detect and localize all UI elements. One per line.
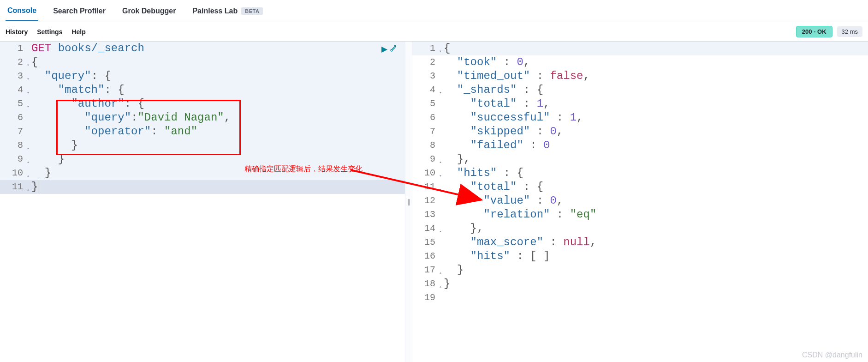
line-number: 2: [412, 55, 441, 69]
code-content[interactable]: "operator": "and": [29, 125, 405, 139]
line-number: 7: [0, 125, 29, 139]
code-line[interactable]: 14▴ },: [412, 222, 868, 235]
code-content[interactable]: {: [441, 42, 868, 55]
line-number: 5▾: [0, 97, 29, 111]
code-content[interactable]: "query": {: [29, 69, 405, 83]
line-number: 15: [412, 235, 441, 249]
line-number: 11▾: [412, 180, 441, 194]
code-line[interactable]: 3 "timed_out" : false,: [412, 69, 868, 83]
code-line[interactable]: 7 "operator": "and": [0, 125, 405, 139]
watermark: CSDN @dangfulin: [802, 351, 862, 359]
code-line[interactable]: 1GET books/_search: [0, 42, 405, 55]
response-viewer: 1▾{2 "took" : 0,3 "timed_out" : false,4▾…: [412, 42, 868, 305]
response-panel: 1▾{2 "took" : 0,3 "timed_out" : false,4▾…: [412, 42, 868, 362]
code-content[interactable]: "took" : 0,: [441, 55, 868, 69]
code-content[interactable]: "timed_out" : false,: [441, 69, 868, 83]
tab-console[interactable]: Console: [6, 1, 38, 21]
request-panel[interactable]: ▶ 1GET books/_search2▾{3▾ "query": {4▾ "…: [0, 42, 405, 362]
code-line[interactable]: 5 "total" : 1,: [412, 97, 868, 111]
line-number: 10▾: [412, 166, 441, 180]
line-number: 7: [412, 125, 441, 139]
code-line[interactable]: 17▴ }: [412, 263, 868, 277]
line-number: 8: [412, 139, 441, 152]
code-content[interactable]: }: [29, 180, 405, 194]
code-line[interactable]: 4▾ "match": {: [0, 83, 405, 97]
code-content[interactable]: "match": {: [29, 83, 405, 97]
subnav-settings[interactable]: Settings: [37, 28, 62, 36]
code-content[interactable]: "successful" : 1,: [441, 111, 868, 125]
code-line[interactable]: 4▾ "_shards" : {: [412, 83, 868, 97]
line-number: 1▾: [412, 42, 441, 55]
subnav-history[interactable]: History: [6, 28, 28, 36]
line-number: 6: [0, 111, 29, 125]
code-content[interactable]: "skipped" : 0,: [441, 125, 868, 139]
line-number: 1: [0, 42, 29, 55]
code-line[interactable]: 2▾{: [0, 55, 405, 69]
annotation-text: 精确指定匹配逻辑后，结果发生变化: [244, 164, 363, 174]
code-content[interactable]: "hits" : [ ]: [441, 249, 868, 263]
beta-badge: BETA: [241, 7, 263, 15]
code-content[interactable]: "relation" : "eq": [441, 208, 868, 222]
code-line[interactable]: 6 "query":"David Nagan",: [0, 111, 405, 125]
dev-tools-tabs: Console Search Profiler Grok Debugger Pa…: [0, 0, 868, 22]
code-line[interactable]: 18▴}: [412, 277, 868, 291]
line-number: 17▴: [412, 263, 441, 277]
line-number: 9▴: [0, 152, 29, 166]
code-content[interactable]: "failed" : 0: [441, 139, 868, 152]
tab-search-profiler[interactable]: Search Profiler: [51, 1, 107, 21]
code-line[interactable]: 19: [412, 291, 868, 305]
code-content[interactable]: "value" : 0,: [441, 194, 868, 208]
code-content[interactable]: "query":"David Nagan",: [29, 111, 405, 125]
code-content[interactable]: "author": {: [29, 97, 405, 111]
line-number: 18▴: [412, 277, 441, 291]
wrench-icon[interactable]: [390, 44, 398, 54]
code-line[interactable]: 10▾ "hits" : {: [412, 166, 868, 180]
line-number: 12: [412, 194, 441, 208]
line-number: 3: [412, 69, 441, 83]
code-line[interactable]: 13 "relation" : "eq": [412, 208, 868, 222]
line-number: 8▴: [0, 139, 29, 152]
tab-painless-lab[interactable]: Painless Lab BETA: [190, 1, 265, 21]
line-number: 9▴: [412, 152, 441, 166]
code-line[interactable]: 15 "max_score" : null,: [412, 235, 868, 249]
code-line[interactable]: 16 "hits" : [ ]: [412, 249, 868, 263]
code-content[interactable]: },: [441, 222, 868, 235]
code-line[interactable]: 3▾ "query": {: [0, 69, 405, 83]
code-content[interactable]: }: [29, 139, 405, 152]
tab-painless-lab-label: Painless Lab: [192, 7, 238, 15]
code-line[interactable]: 12 "value" : 0,: [412, 194, 868, 208]
line-number: 4▾: [412, 83, 441, 97]
code-content[interactable]: }: [441, 277, 868, 291]
line-number: 16: [412, 249, 441, 263]
code-content[interactable]: "hits" : {: [441, 166, 868, 180]
code-content[interactable]: "max_score" : null,: [441, 235, 868, 249]
line-number: 3▾: [0, 69, 29, 83]
run-icon[interactable]: ▶: [381, 44, 387, 54]
code-content[interactable]: }: [441, 263, 868, 277]
code-content[interactable]: {: [29, 55, 405, 69]
code-line[interactable]: 8▴ }: [0, 139, 405, 152]
code-line[interactable]: 5▾ "author": {: [0, 97, 405, 111]
code-line[interactable]: 2 "took" : 0,: [412, 55, 868, 69]
tab-grok-debugger[interactable]: Grok Debugger: [120, 1, 178, 21]
response-time: 32 ms: [837, 26, 862, 37]
code-content[interactable]: GET books/_search: [29, 42, 405, 55]
line-number: 13: [412, 208, 441, 222]
code-line[interactable]: 7 "skipped" : 0,: [412, 125, 868, 139]
panel-resize-handle[interactable]: ∥: [405, 42, 412, 362]
code-line[interactable]: 8 "failed" : 0: [412, 139, 868, 152]
console-workspace: ▶ 1GET books/_search2▾{3▾ "query": {4▾ "…: [0, 42, 868, 362]
code-line[interactable]: 11▾ "total" : {: [412, 180, 868, 194]
subnav-help[interactable]: Help: [71, 28, 85, 36]
code-content[interactable]: "total" : 1,: [441, 97, 868, 111]
code-line[interactable]: 1▾{: [412, 42, 868, 55]
line-number: 19: [412, 291, 441, 305]
code-line[interactable]: 11▴}: [0, 180, 405, 194]
code-line[interactable]: 9▴ },: [412, 152, 868, 166]
line-number: 5: [412, 97, 441, 111]
line-number: 10▴: [0, 166, 29, 180]
code-line[interactable]: 6 "successful" : 1,: [412, 111, 868, 125]
code-content[interactable]: },: [441, 152, 868, 166]
code-content[interactable]: "_shards" : {: [441, 83, 868, 97]
code-content[interactable]: "total" : {: [441, 180, 868, 194]
